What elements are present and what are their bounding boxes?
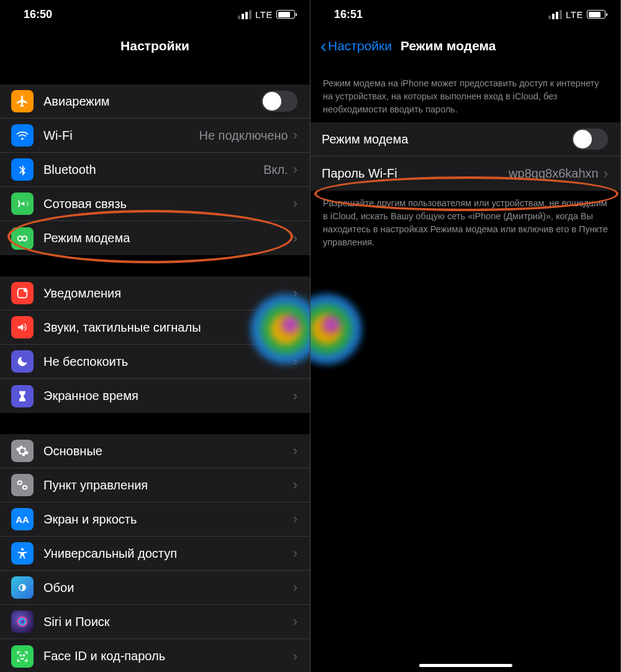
- chevron-right-icon: ›: [293, 477, 297, 493]
- status-bar: 16:50 LTE: [0, 0, 310, 29]
- status-bar: 16:51 LTE: [310, 0, 620, 29]
- row-label: Пароль Wi-Fi: [322, 166, 509, 181]
- battery-icon: [276, 10, 295, 19]
- chevron-right-icon: ›: [293, 319, 297, 335]
- row-wifi-password[interactable]: Пароль Wi-Fi wp8gq8x6kahxn ›: [310, 157, 620, 191]
- battery-icon: [587, 10, 605, 19]
- general-icon: [11, 440, 34, 462]
- row-label: Авиарежим: [43, 94, 261, 109]
- network-type: LTE: [255, 9, 273, 20]
- chevron-right-icon: ›: [293, 353, 297, 370]
- chevron-right-icon: ›: [293, 230, 297, 247]
- svg-point-10: [20, 655, 21, 656]
- network-type: LTE: [566, 9, 583, 20]
- row-display[interactable]: AA Экран и яркость ›: [0, 502, 310, 537]
- row-sounds[interactable]: Звуки, тактильные сигналы ›: [0, 311, 310, 345]
- chevron-right-icon: ›: [293, 511, 297, 527]
- row-label: Универсальный доступ: [43, 547, 293, 561]
- settings-group-alerts: Уведомления › Звуки, тактильные сигналы …: [0, 276, 310, 413]
- row-label: Bluetooth: [43, 163, 263, 177]
- row-hotspot[interactable]: Режим модема ›: [0, 221, 310, 255]
- back-button[interactable]: ‹ Настройки: [320, 37, 392, 55]
- chevron-right-icon: ›: [293, 388, 297, 404]
- wifi-icon: [11, 124, 34, 147]
- svg-point-6: [21, 548, 24, 551]
- row-label: Wi-Fi: [43, 129, 199, 143]
- chevron-right-icon: ›: [293, 196, 297, 212]
- row-cellular[interactable]: Сотовая связь ›: [0, 187, 310, 221]
- status-time: 16:51: [334, 8, 363, 21]
- row-notifications[interactable]: Уведомления ›: [0, 276, 310, 311]
- row-control-center[interactable]: Пункт управления ›: [0, 468, 310, 502]
- row-dnd[interactable]: Не беспокоить ›: [0, 345, 310, 379]
- hotspot-toggle[interactable]: [572, 129, 608, 150]
- row-label: Звуки, тактильные сигналы: [43, 320, 293, 335]
- control-center-icon: [11, 474, 34, 496]
- chevron-right-icon: ›: [293, 443, 297, 459]
- svg-point-1: [22, 236, 27, 240]
- row-value: Не подключено: [199, 129, 288, 143]
- row-hotspot-toggle[interactable]: Режим модема: [310, 122, 620, 157]
- row-screentime[interactable]: Экранное время ›: [0, 379, 310, 413]
- sounds-icon: [11, 316, 34, 338]
- chevron-right-icon: ›: [293, 545, 297, 561]
- row-label: Экран и яркость: [43, 512, 293, 527]
- accessibility-icon: [11, 542, 34, 565]
- settings-group-connectivity: Авиарежим Wi-Fi Не подключено › Bluetoot…: [0, 84, 310, 255]
- row-value: wp8gq8x6kahxn: [509, 166, 599, 181]
- hotspot-icon: [11, 227, 34, 250]
- signal-icon: [548, 10, 562, 19]
- row-label: Уведомления: [43, 286, 293, 301]
- row-siri[interactable]: Siri и Поиск ›: [0, 605, 310, 639]
- dnd-icon: [11, 350, 34, 373]
- nav-bar: Настройки: [0, 29, 310, 63]
- notifications-icon: [11, 282, 34, 304]
- row-label: Режим модема: [43, 231, 293, 245]
- chevron-right-icon: ›: [293, 127, 297, 143]
- chevron-right-icon: ›: [604, 166, 608, 182]
- home-indicator: [419, 664, 512, 667]
- watermark-blob: [310, 286, 370, 373]
- settings-group-general: Основные › Пункт управления › AA Экран и…: [0, 434, 310, 672]
- cellular-icon: [11, 193, 34, 215]
- svg-point-3: [24, 289, 27, 293]
- section-header-text: Режим модема на iPhone может предоставит…: [310, 63, 620, 122]
- wallpaper-icon: [11, 576, 34, 599]
- page-title: Настройки: [0, 39, 310, 53]
- siri-icon: [11, 611, 34, 633]
- chevron-right-icon: ›: [293, 648, 297, 665]
- hotspot-group: Режим модема Пароль Wi-Fi wp8gq8x6kahxn …: [310, 122, 620, 191]
- row-label: Не беспокоить: [43, 355, 293, 369]
- display-icon: AA: [11, 508, 34, 530]
- row-label: Face ID и код-пароль: [43, 649, 293, 663]
- row-label: Обои: [43, 581, 293, 595]
- svg-point-0: [18, 236, 22, 240]
- row-wifi[interactable]: Wi-Fi Не подключено ›: [0, 119, 310, 153]
- row-value: Вкл.: [263, 163, 288, 177]
- faceid-icon: [11, 645, 34, 668]
- row-bluetooth[interactable]: Bluetooth Вкл. ›: [0, 153, 310, 187]
- signal-icon: [238, 10, 252, 19]
- chevron-right-icon: ›: [293, 614, 297, 630]
- svg-point-11: [24, 655, 25, 656]
- row-airplane[interactable]: Авиарежим: [0, 84, 310, 119]
- row-label: Пункт управления: [43, 478, 293, 493]
- row-label: Siri и Поиск: [43, 615, 293, 629]
- row-wallpaper[interactable]: Обои ›: [0, 571, 310, 605]
- row-faceid[interactable]: Face ID и код-пароль ›: [0, 639, 310, 672]
- chevron-right-icon: ›: [293, 579, 297, 596]
- row-accessibility[interactable]: Универсальный доступ ›: [0, 537, 310, 571]
- status-time: 16:50: [24, 8, 52, 21]
- row-label: Режим модема: [322, 132, 572, 147]
- bluetooth-icon: [11, 158, 34, 181]
- row-label: Экранное время: [43, 389, 293, 403]
- svg-point-9: [19, 619, 25, 624]
- row-label: Сотовая связь: [43, 197, 293, 211]
- phone-settings-main: 16:50 LTE Настройки Авиарежим Wi-Fi Не п…: [0, 0, 310, 672]
- phone-hotspot-detail: 16:51 LTE ‹ Настройки Режим модема Режим…: [310, 0, 621, 672]
- row-general[interactable]: Основные ›: [0, 434, 310, 468]
- airplane-icon: [11, 90, 34, 112]
- airplane-toggle[interactable]: [261, 91, 297, 112]
- chevron-right-icon: ›: [293, 161, 297, 178]
- row-label: Основные: [43, 444, 293, 458]
